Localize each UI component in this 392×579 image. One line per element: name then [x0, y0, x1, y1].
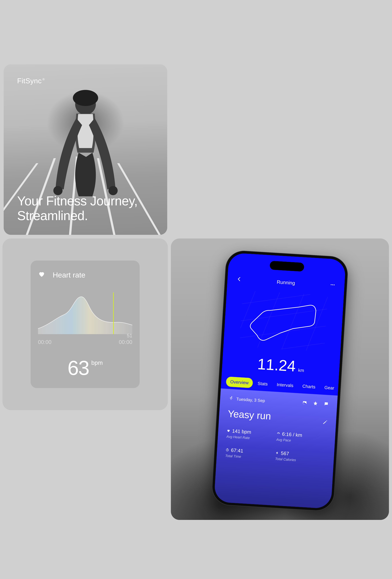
distance-unit: km	[298, 368, 304, 373]
tagline-line2: Streamlined.	[17, 208, 138, 223]
heart-rate-widget: Heart rate 51 00:00	[31, 261, 140, 388]
bolt-icon	[275, 450, 279, 456]
stats-grid: 141 bpm Avg Heart Rate 6:16 / km Avg Pac…	[225, 428, 327, 464]
photo-icon[interactable]	[302, 400, 307, 406]
detail-panel: Tuesday, 3 Sep Yeasy run	[214, 388, 338, 509]
date-text: Tuesday, 3 Sep	[236, 397, 265, 403]
brand-name: FitSync	[17, 77, 42, 85]
tab-intervals[interactable]: Intervals	[272, 379, 298, 391]
svg-point-16	[231, 396, 232, 397]
heart-rate-chart	[38, 292, 132, 334]
heart-rate-card: Heart rate 51 00:00	[2, 238, 168, 410]
heart-icon	[38, 270, 45, 280]
svg-line-12	[239, 290, 258, 352]
stat-value: 67:41	[231, 447, 243, 454]
activity-title: Yeasy run	[227, 408, 271, 422]
time-end: 00:00	[119, 339, 132, 345]
svg-point-6	[332, 284, 333, 285]
brand-mark: ®	[42, 78, 45, 85]
svg-point-1	[73, 90, 98, 106]
bpm-number: 63	[67, 357, 89, 379]
distance-readout: 11.24 km	[222, 353, 340, 377]
tagline-line1: Your Fitness Journey,	[17, 194, 138, 209]
phone-card: Running	[171, 238, 389, 520]
stat-value: 567	[281, 450, 289, 456]
screen-title: Running	[277, 279, 295, 286]
app-header: Running	[227, 276, 344, 289]
svg-point-5	[331, 284, 332, 285]
time-start: 00:00	[38, 339, 52, 345]
runner-icon	[228, 396, 234, 402]
tab-stats[interactable]: Stats	[253, 378, 272, 389]
heart-rate-title: Heart rate	[53, 271, 85, 279]
svg-line-14	[278, 290, 306, 352]
tab-charts[interactable]: Charts	[298, 381, 320, 392]
phone-frame: Running	[211, 250, 349, 512]
svg-line-11	[239, 336, 328, 352]
stat-avg-heart-rate: 141 bpm Avg Heart Rate	[226, 428, 277, 441]
stat-avg-pace: 6:16 / km Avg Pace	[276, 431, 327, 445]
sprinter-silhouette	[39, 88, 132, 199]
svg-line-9	[239, 302, 328, 328]
svg-point-7	[334, 285, 335, 285]
star-icon[interactable]	[313, 401, 318, 407]
stat-value: 141 bpm	[232, 428, 251, 435]
heart-rate-timeline: 00:00 00:00	[38, 339, 132, 345]
more-button[interactable]	[330, 282, 336, 289]
distance-value: 11.24	[257, 355, 296, 375]
stat-value: 6:16 / km	[282, 431, 302, 438]
tab-gear[interactable]: Gear	[320, 382, 339, 393]
panel-title-row: Yeasy run	[227, 408, 328, 426]
bpm-unit: bpm	[91, 360, 103, 366]
stat-total-calories: 567 Total Calories	[275, 450, 326, 464]
route-map[interactable]	[239, 290, 328, 352]
brand-logo: FitSync ®	[17, 77, 45, 85]
heart-rate-marker-value: 51	[127, 333, 132, 338]
stat-total-time: 67:41 Total Time	[225, 447, 276, 461]
edit-icon[interactable]	[322, 420, 328, 425]
speed-icon	[277, 431, 280, 437]
activity-date: Tuesday, 3 Sep	[228, 396, 265, 404]
dynamic-island	[270, 261, 304, 272]
chat-icon[interactable]	[324, 401, 329, 407]
heart-icon	[227, 428, 230, 434]
back-button[interactable]	[236, 276, 242, 283]
tab-overview[interactable]: Overview	[226, 376, 253, 388]
hero-tagline: Your Fitness Journey, Streamlined.	[17, 194, 138, 223]
svg-line-13	[253, 290, 282, 352]
panel-header: Tuesday, 3 Sep	[228, 396, 329, 407]
clock-icon	[225, 447, 229, 453]
app-screen: Running	[214, 253, 346, 509]
heart-rate-value: 63 bpm	[31, 356, 140, 379]
hero-card: FitSync ® Your Fitness Journey, Streamli…	[4, 64, 167, 235]
